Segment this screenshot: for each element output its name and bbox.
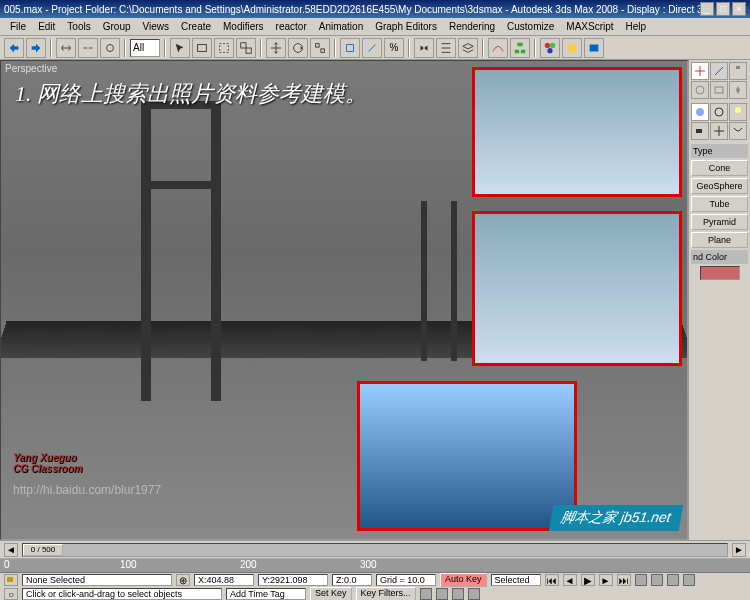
svg-point-17 bbox=[696, 86, 704, 94]
time-slider-track[interactable]: 0 / 500 bbox=[22, 543, 728, 557]
rotate-button[interactable] bbox=[288, 38, 308, 58]
time-slider-thumb[interactable]: 0 / 500 bbox=[23, 544, 63, 556]
menu-edit[interactable]: Edit bbox=[32, 19, 61, 34]
prompt-icon: ○ bbox=[4, 588, 18, 600]
prev-frame-button[interactable]: ◄ bbox=[4, 543, 18, 557]
mirror-button[interactable] bbox=[414, 38, 434, 58]
select-button[interactable] bbox=[170, 38, 190, 58]
menu-grapheditors[interactable]: Graph Editors bbox=[369, 19, 443, 34]
pyramid-button[interactable]: Pyramid bbox=[691, 214, 748, 230]
menu-rendering[interactable]: Rendering bbox=[443, 19, 501, 34]
coord-y[interactable]: Y:2921.098 bbox=[258, 574, 328, 586]
menu-group[interactable]: Group bbox=[97, 19, 137, 34]
orbit-view-button[interactable] bbox=[667, 574, 679, 586]
pan-view-button[interactable] bbox=[635, 574, 647, 586]
status-row-1: None Selected ⊕ X:404.88 Y:2921.098 Z:0.… bbox=[0, 573, 750, 587]
menu-reactor[interactable]: reactor bbox=[270, 19, 313, 34]
absolute-mode-button[interactable]: ⊕ bbox=[176, 574, 190, 586]
goto-end-button[interactable]: ⏭ bbox=[617, 574, 631, 586]
zoom-extents-button[interactable] bbox=[420, 588, 432, 600]
select-name-button[interactable] bbox=[192, 38, 212, 58]
cameras-icon[interactable] bbox=[691, 122, 709, 140]
prompt-line: Click or click-and-drag to select object… bbox=[22, 588, 222, 600]
percent-snap-button[interactable]: % bbox=[384, 38, 404, 58]
plane-button[interactable]: Plane bbox=[691, 232, 748, 248]
keymode-dropdown[interactable]: Selected bbox=[491, 574, 541, 586]
geosphere-button[interactable]: GeoSphere bbox=[691, 178, 748, 194]
select-region-button[interactable] bbox=[214, 38, 234, 58]
add-time-tag[interactable]: Add Time Tag bbox=[226, 588, 306, 600]
track-bar[interactable]: 0 100 200 300 bbox=[0, 559, 750, 573]
next-frame-button[interactable]: ► bbox=[732, 543, 746, 557]
lights-icon[interactable] bbox=[729, 103, 747, 121]
maximize-button[interactable]: □ bbox=[716, 2, 730, 16]
menu-animation[interactable]: Animation bbox=[313, 19, 369, 34]
keyfilters-button[interactable]: Key Filters... bbox=[356, 587, 416, 600]
utilities-tab[interactable] bbox=[729, 81, 747, 99]
main-area: Perspective 1. 网络上搜索出照片资料参考建模。 Yang Xueg… bbox=[0, 60, 750, 540]
bind-button[interactable] bbox=[100, 38, 120, 58]
next-key-button[interactable]: ► bbox=[599, 574, 613, 586]
render-button[interactable] bbox=[584, 38, 604, 58]
menu-modifiers[interactable]: Modifiers bbox=[217, 19, 270, 34]
modify-tab[interactable] bbox=[710, 62, 728, 80]
watermark-author: Yang Xueguo CG Classroom bbox=[13, 452, 82, 474]
lock-selection-button[interactable] bbox=[4, 574, 18, 586]
geometry-icon[interactable] bbox=[691, 103, 709, 121]
menu-create[interactable]: Create bbox=[175, 19, 217, 34]
undo-button[interactable] bbox=[4, 38, 24, 58]
create-category-tabs bbox=[691, 103, 748, 140]
hierarchy-tab[interactable] bbox=[729, 62, 747, 80]
maximize-view-button[interactable] bbox=[683, 574, 695, 586]
menu-maxscript[interactable]: MAXScript bbox=[560, 19, 619, 34]
svg-rect-22 bbox=[696, 129, 702, 133]
create-tab[interactable] bbox=[691, 62, 709, 80]
autokey-button[interactable]: Auto Key bbox=[440, 573, 487, 587]
menu-help[interactable]: Help bbox=[620, 19, 653, 34]
scale-button[interactable] bbox=[310, 38, 330, 58]
menu-views[interactable]: Views bbox=[137, 19, 176, 34]
min-max-toggle-button[interactable] bbox=[468, 588, 480, 600]
layers-button[interactable] bbox=[458, 38, 478, 58]
coord-z[interactable]: Z:0.0 bbox=[332, 574, 372, 586]
spacewarps-icon[interactable] bbox=[729, 122, 747, 140]
menu-tools[interactable]: Tools bbox=[61, 19, 96, 34]
object-color-swatch[interactable] bbox=[700, 266, 740, 280]
align-button[interactable] bbox=[436, 38, 456, 58]
curve-editor-button[interactable] bbox=[488, 38, 508, 58]
window-crossing-button[interactable] bbox=[236, 38, 256, 58]
shapes-icon[interactable] bbox=[710, 103, 728, 121]
zoom-extents-all-button[interactable] bbox=[436, 588, 448, 600]
play-button[interactable]: ▶ bbox=[581, 574, 595, 586]
menu-customize[interactable]: Customize bbox=[501, 19, 560, 34]
zoom-view-button[interactable] bbox=[651, 574, 663, 586]
render-setup-button[interactable] bbox=[562, 38, 582, 58]
fov-button[interactable] bbox=[452, 588, 464, 600]
angle-snap-button[interactable] bbox=[362, 38, 382, 58]
svg-rect-3 bbox=[241, 42, 246, 47]
goto-start-button[interactable]: ⏮ bbox=[545, 574, 559, 586]
viewport-perspective[interactable]: Perspective 1. 网络上搜索出照片资料参考建模。 Yang Xueg… bbox=[0, 60, 688, 540]
display-tab[interactable] bbox=[710, 81, 728, 99]
setkey-button[interactable]: Set Key bbox=[310, 587, 352, 600]
object-type-rollout: Type bbox=[691, 144, 748, 158]
helpers-icon[interactable] bbox=[710, 122, 728, 140]
prev-key-button[interactable]: ◄ bbox=[563, 574, 577, 586]
menu-file[interactable]: File bbox=[4, 19, 32, 34]
material-editor-button[interactable] bbox=[540, 38, 560, 58]
svg-point-19 bbox=[696, 108, 704, 116]
tube-button[interactable]: Tube bbox=[691, 196, 748, 212]
selection-filter-dropdown[interactable] bbox=[130, 39, 160, 57]
redo-button[interactable] bbox=[26, 38, 46, 58]
bridge-crossbar2 bbox=[146, 181, 216, 189]
unlink-button[interactable] bbox=[78, 38, 98, 58]
cone-button[interactable]: Cone bbox=[691, 160, 748, 176]
schematic-button[interactable] bbox=[510, 38, 530, 58]
coord-x[interactable]: X:404.88 bbox=[194, 574, 254, 586]
link-button[interactable] bbox=[56, 38, 76, 58]
minimize-button[interactable]: _ bbox=[700, 2, 714, 16]
motion-tab[interactable] bbox=[691, 81, 709, 99]
close-button[interactable]: × bbox=[732, 2, 746, 16]
move-button[interactable] bbox=[266, 38, 286, 58]
snap-button[interactable] bbox=[340, 38, 360, 58]
